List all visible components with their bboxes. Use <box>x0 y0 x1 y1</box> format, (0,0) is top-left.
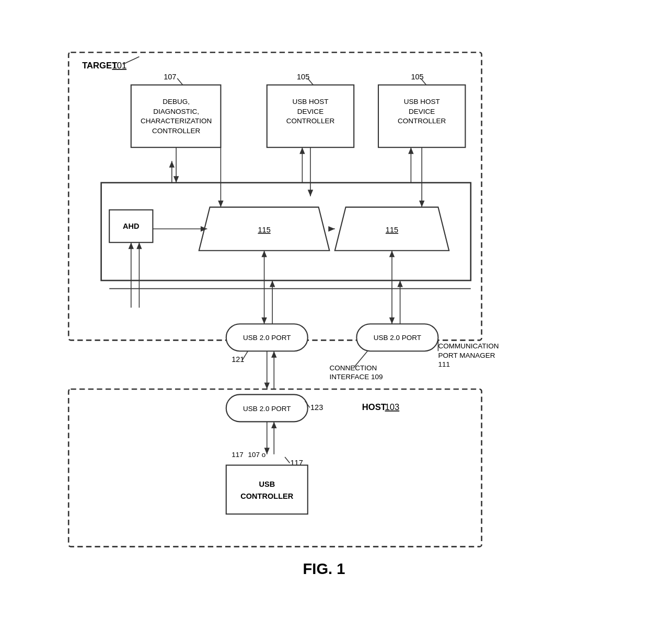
svg-rect-7 <box>267 85 354 147</box>
usb1-label-line1: USB HOST <box>292 98 328 106</box>
usb2-label-line3: CONTROLLER <box>398 117 446 125</box>
connection-interface-label: CONNECTION <box>329 364 377 371</box>
svg-rect-67 <box>226 465 308 514</box>
debug-label-line3: CHARACTERIZATION <box>141 117 212 125</box>
ref-123: 123 <box>310 403 323 411</box>
usb2-label-line1: USB HOST <box>404 98 440 106</box>
usb1-label-line2: DEVICE <box>297 107 323 115</box>
diagram-area: TARGET 101 107 105 105 DEBUG, DIAGNOSTIC… <box>52 36 596 608</box>
usb-controller-label2: CONTROLLER <box>240 492 294 500</box>
target-ref: 101 <box>112 61 126 71</box>
usb-port-2-label: USB 2.0 PORT <box>374 334 421 342</box>
debug-label-line1: DEBUG, <box>163 98 190 106</box>
connection-interface-label2: INTERFACE 109 <box>329 373 383 381</box>
ahd-label: AHD <box>123 222 140 230</box>
debug-ref-label: 107 <box>164 73 176 81</box>
debug-label-line2: DIAGNOSTIC, <box>153 107 199 115</box>
bus-ref-2: 115 <box>386 226 398 234</box>
usb-port-3-label: USB 2.0 PORT <box>243 404 291 412</box>
comm-port-manager-label3: 111 <box>438 360 450 368</box>
diagram-svg: TARGET 101 107 105 105 DEBUG, DIAGNOSTIC… <box>52 36 596 606</box>
usb-port-1-label: USB 2.0 PORT <box>243 334 291 342</box>
svg-rect-8 <box>378 85 465 147</box>
host-ref: 103 <box>385 402 399 412</box>
svg-rect-6 <box>131 85 221 147</box>
fig-label: FIG. 1 <box>303 560 345 577</box>
ref-117107: 117 <box>232 451 244 459</box>
comm-port-manager-label1: COMMUNICATION <box>438 342 499 350</box>
page-container: TARGET 101 107 105 105 DEBUG, DIAGNOSTIC… <box>37 20 611 624</box>
debug-label-line4: CONTROLLER <box>152 127 201 135</box>
bus-ref-1: 115 <box>258 226 270 234</box>
comm-port-manager-label2: PORT MANAGER <box>438 351 495 359</box>
usb1-label-line3: CONTROLLER <box>286 117 335 125</box>
usb2-label-line2: DEVICE <box>409 107 435 115</box>
ref-107: 107 o <box>248 451 265 459</box>
usb1-ref-label: 105 <box>297 73 309 81</box>
usb-controller-label1: USB <box>259 480 275 488</box>
host-label: HOST <box>362 402 386 412</box>
